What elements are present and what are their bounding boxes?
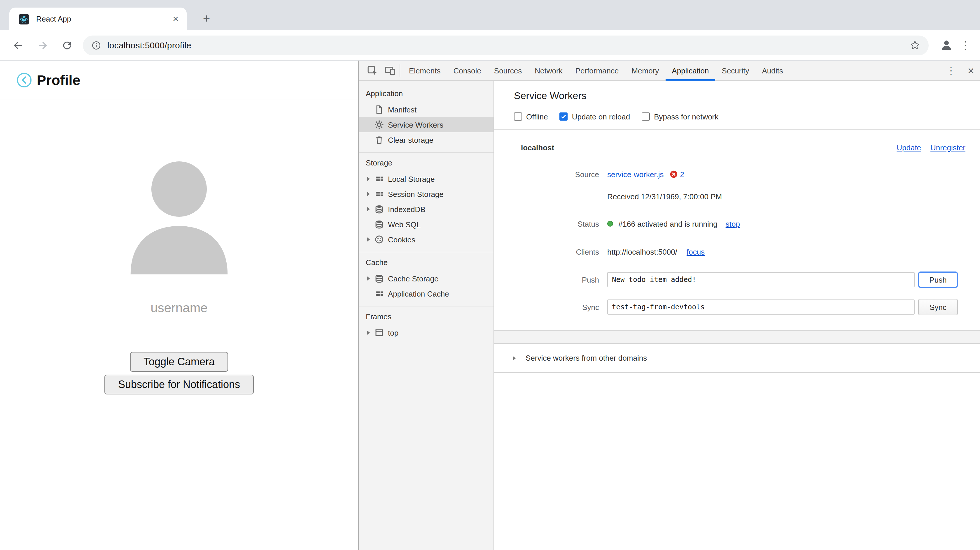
checkbox-label: Offline [526,112,548,121]
devtools-tab-bar: Elements Console Sources Network Perform… [359,60,980,81]
error-count-link[interactable]: 2 [680,170,684,179]
clients-label: Clients [494,247,599,256]
close-tab-icon[interactable]: × [173,14,178,24]
offline-checkbox[interactable]: Offline [514,112,548,121]
sidebar-item-label: Service Workers [388,120,443,129]
sidebar-item-label: top [388,328,398,337]
sidebar-item-top-frame[interactable]: top [359,325,493,340]
database-icon [374,220,384,229]
sync-button[interactable]: Sync [918,299,958,315]
clients-row: Clients http://localhost:5000/ focus [494,245,980,259]
table-icon [374,289,384,298]
devtools-tab-network[interactable]: Network [528,60,569,81]
disclosure-triangle-icon[interactable] [366,330,374,335]
checkbox-box[interactable] [642,113,650,120]
sidebar-item-manifest[interactable]: Manifest [359,102,493,117]
inspect-element-icon[interactable] [363,60,381,81]
update-on-reload-checkbox[interactable]: Update on reload [560,112,630,121]
sidebar-section-application: Application Manifest [359,83,493,153]
push-button[interactable]: Push [918,271,958,288]
focus-link[interactable]: focus [687,247,705,256]
page-title: Profile [37,72,80,88]
section-gap [494,330,980,344]
devtools-tab-memory[interactable]: Memory [625,60,665,81]
sidebar-item-web-sql[interactable]: Web SQL [359,217,493,232]
update-link[interactable]: Update [897,143,921,152]
disclosure-triangle-icon[interactable] [366,237,374,242]
push-label: Push [494,275,599,284]
status-text: #166 activated and is running [618,219,718,228]
sidebar-section-storage: Storage Local Storage [359,153,493,252]
sidebar-item-local-storage[interactable]: Local Storage [359,171,493,187]
service-worker-options: Offline Update on reload Bypass for netw… [514,111,980,122]
other-domains-row[interactable]: Service workers from other domains [494,344,980,373]
source-file-link[interactable]: service-worker.js [607,170,664,179]
sidebar-item-application-cache[interactable]: Application Cache [359,286,493,301]
status-green-dot-icon [607,221,613,227]
site-info-icon[interactable] [91,40,102,51]
browser-menu-icon[interactable]: ⋮ [957,38,974,52]
browser-tab[interactable]: React App × [10,8,187,30]
sync-input[interactable] [607,300,915,315]
sidebar-item-cache-storage[interactable]: Cache Storage [359,271,493,286]
sidebar-section-title: Cache [359,255,493,271]
bookmark-star-icon[interactable] [909,40,921,51]
database-icon [374,204,384,214]
reload-button[interactable] [55,33,80,57]
checkbox-box[interactable] [514,113,522,120]
trash-icon [374,135,384,144]
sidebar-section-frames: Frames top [359,306,493,345]
sidebar-item-session-storage[interactable]: Session Storage [359,187,493,201]
sidebar-item-label: Session Storage [388,190,444,198]
disclosure-triangle-icon[interactable] [366,176,374,181]
bypass-for-network-checkbox[interactable]: Bypass for network [642,112,718,121]
new-tab-button[interactable]: + [198,11,215,27]
devtools-tab-performance[interactable]: Performance [569,60,625,81]
devtools-tab-elements[interactable]: Elements [402,60,447,81]
service-workers-pane: Service Workers Offline Update on reload [494,81,980,550]
push-row: Push Push [494,271,980,288]
devtools-tab-console[interactable]: Console [447,60,487,81]
device-toolbar-icon[interactable] [381,60,398,81]
sidebar-item-cookies[interactable]: Cookies [359,232,493,247]
source-row: Source service-worker.js 2 [494,167,980,181]
status-label: Status [494,219,599,228]
back-button[interactable] [6,33,30,57]
table-icon [374,174,384,184]
browser-window: React App × + localhost:5000/profile ⋮ [0,0,980,550]
disclosure-triangle-icon[interactable] [366,207,374,211]
unregister-link[interactable]: Unregister [931,143,966,152]
forward-button[interactable] [30,33,55,57]
sidebar-item-indexeddb[interactable]: IndexedDB [359,201,493,217]
worker-header: localhost Update Unregister [521,140,966,154]
back-circle-icon[interactable] [16,72,32,88]
disclosure-triangle-icon[interactable] [512,356,520,360]
client-url: http://localhost:5000/ [607,247,677,256]
url-text[interactable]: localhost:5000/profile [107,40,191,50]
username-label: username [151,301,208,316]
devtools-tab-application[interactable]: Application [665,60,715,81]
stop-link[interactable]: stop [725,219,740,228]
profile-avatar-icon[interactable] [935,33,957,57]
checkbox-box[interactable] [560,113,568,120]
react-favicon-icon [19,14,29,24]
sidebar-item-clear-storage[interactable]: Clear storage [359,132,493,147]
devtools-tab-audits[interactable]: Audits [756,60,789,81]
avatar-placeholder [121,159,237,275]
devtools-menu-icon[interactable]: ⋮ [946,65,956,77]
sidebar-item-label: Web SQL [388,220,421,229]
push-input[interactable] [607,272,915,287]
page-header: Profile [0,60,358,100]
address-bar[interactable]: localhost:5000/profile [83,35,929,55]
source-label: Source [494,170,599,179]
sidebar-item-label: Clear storage [388,135,433,144]
devtools-tab-sources[interactable]: Sources [488,60,528,81]
subscribe-notifications-button[interactable]: Subscribe for Notifications [105,375,253,395]
devtools-tab-security[interactable]: Security [716,60,756,81]
toggle-camera-button[interactable]: Toggle Camera [130,352,228,372]
disclosure-triangle-icon[interactable] [366,276,374,281]
disclosure-triangle-icon[interactable] [366,192,374,197]
devtools-close-icon[interactable]: × [968,64,974,77]
sidebar-item-service-workers[interactable]: Service Workers [359,117,493,132]
toolbar-separator [399,64,400,77]
